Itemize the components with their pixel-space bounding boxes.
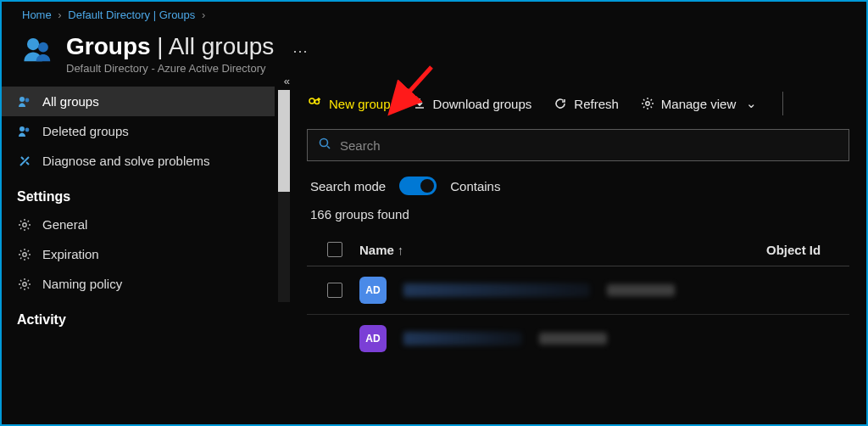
search-box[interactable]: [307, 129, 849, 161]
svg-point-4: [19, 126, 25, 132]
svg-point-0: [27, 38, 39, 50]
refresh-button[interactable]: Refresh: [554, 97, 619, 111]
sidebar-item-all-groups[interactable]: All groups: [2, 87, 275, 116]
sidebar-item-label: General: [42, 217, 87, 232]
sidebar-item-naming-policy[interactable]: Naming policy: [2, 269, 275, 299]
gear-icon: [641, 97, 654, 110]
table-header: Name↑ Object Id: [307, 233, 849, 266]
add-group-icon: [307, 96, 322, 111]
group-name-redacted: [403, 332, 522, 345]
people-icon: [17, 125, 32, 138]
chevron-right-icon: ›: [202, 8, 205, 21]
sidebar-item-deleted-groups[interactable]: Deleted groups: [2, 116, 275, 146]
sidebar-item-diagnose[interactable]: Diagnose and solve problems: [2, 146, 275, 176]
toolbar-separator: [782, 92, 783, 115]
groups-icon: [22, 33, 54, 69]
search-mode-label: Search mode: [310, 179, 386, 193]
svg-point-8: [23, 282, 26, 285]
new-group-button[interactable]: New group: [307, 96, 391, 111]
object-id-redacted: [539, 333, 607, 345]
refresh-icon: [554, 97, 567, 110]
select-all-checkbox[interactable]: [327, 242, 342, 257]
sidebar-item-label: Deleted groups: [42, 124, 129, 138]
page-subtitle: Default Directory - Azure Active Directo…: [66, 62, 274, 75]
svg-point-3: [25, 98, 30, 102]
sidebar: « All groups Deleted groups Diagnose and…: [2, 87, 290, 418]
sidebar-item-label: Naming policy: [42, 277, 122, 291]
search-icon: [318, 137, 331, 154]
avatar: AD: [359, 277, 387, 304]
search-mode-row: Search mode Contains: [307, 161, 849, 204]
tools-icon: [17, 154, 32, 168]
page-title: Groups | All groups: [66, 33, 274, 60]
breadcrumb-directory[interactable]: Default Directory | Groups: [68, 8, 195, 21]
chevron-right-icon: ›: [58, 8, 61, 21]
page-header: Groups | All groups Default Directory - …: [2, 25, 866, 87]
sort-ascending-icon: ↑: [398, 243, 404, 257]
group-name-redacted: [403, 283, 590, 297]
object-id-redacted: [607, 284, 675, 296]
sidebar-item-expiration[interactable]: Expiration: [2, 239, 275, 269]
svg-point-9: [309, 98, 314, 104]
breadcrumb: Home › Default Directory | Groups ›: [2, 2, 866, 25]
more-icon[interactable]: ⋯: [292, 42, 309, 60]
sidebar-item-label: All groups: [42, 94, 99, 109]
sidebar-section-activity: Activity: [2, 299, 275, 333]
breadcrumb-home[interactable]: Home: [22, 8, 52, 21]
sidebar-scrollbar[interactable]: [278, 90, 290, 302]
column-object-id[interactable]: Object Id: [766, 243, 843, 257]
toolbar: New group Download groups Refresh Manage…: [307, 87, 849, 129]
search-input[interactable]: [340, 138, 838, 153]
svg-point-2: [19, 97, 25, 102]
svg-point-12: [320, 139, 328, 147]
sidebar-section-settings: Settings: [2, 176, 275, 210]
sidebar-item-label: Expiration: [42, 247, 99, 261]
svg-point-7: [23, 252, 26, 255]
gear-icon: [17, 218, 32, 232]
svg-point-1: [38, 42, 48, 53]
avatar: AD: [359, 325, 387, 352]
table-row[interactable]: AD: [307, 266, 849, 315]
chevron-down-icon: ⌄: [746, 96, 757, 111]
manage-view-button[interactable]: Manage view ⌄: [641, 96, 757, 111]
row-checkbox[interactable]: [327, 283, 342, 298]
people-icon: [17, 95, 32, 109]
table-row[interactable]: AD: [307, 315, 849, 362]
download-groups-button[interactable]: Download groups: [413, 97, 532, 111]
sidebar-item-label: Diagnose and solve problems: [42, 154, 210, 168]
download-icon: [413, 97, 426, 110]
sidebar-item-general[interactable]: General: [2, 210, 275, 239]
svg-point-6: [23, 222, 26, 226]
svg-point-5: [25, 127, 30, 132]
gear-icon: [17, 248, 32, 261]
gear-icon: [17, 277, 32, 291]
main-content: New group Download groups Refresh Manage…: [290, 87, 866, 418]
column-name[interactable]: Name↑: [359, 243, 749, 257]
svg-point-11: [646, 102, 649, 105]
collapse-sidebar-icon[interactable]: «: [284, 75, 287, 87]
results-count: 166 groups found: [307, 204, 849, 233]
search-mode-toggle[interactable]: [399, 177, 437, 195]
search-mode-value: Contains: [450, 179, 500, 193]
